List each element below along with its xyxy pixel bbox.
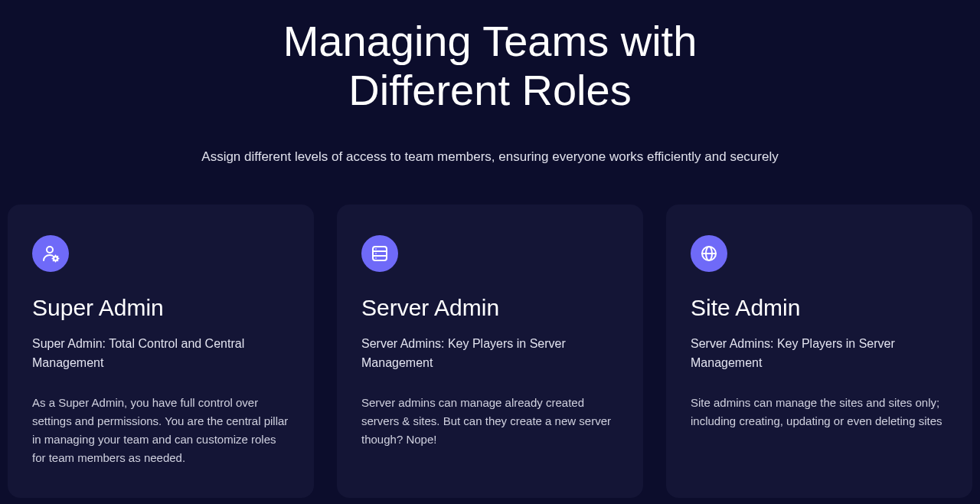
page-title: Managing Teams with Different Roles [214, 17, 766, 116]
card-subtitle: Super Admin: Total Control and Central M… [32, 335, 289, 373]
card-subtitle: Server Admins: Key Players in Server Man… [691, 335, 948, 373]
svg-point-0 [47, 247, 53, 253]
card-title: Server Admin [361, 295, 619, 321]
card-body: Server admins can manage already created… [361, 394, 619, 449]
role-card-super-admin: Super Admin Super Admin: Total Control a… [8, 205, 314, 499]
card-title: Site Admin [691, 295, 948, 321]
hero: Managing Teams with Different Roles Assi… [0, 0, 980, 165]
svg-point-6 [375, 253, 377, 254]
card-subtitle: Server Admins: Key Players in Server Man… [361, 335, 619, 373]
svg-point-5 [375, 248, 377, 250]
user-settings-icon [32, 235, 69, 272]
card-title: Super Admin [32, 295, 289, 321]
svg-point-7 [375, 257, 377, 259]
role-card-site-admin: Site Admin Server Admins: Key Players in… [666, 205, 972, 499]
card-body: As a Super Admin, you have full control … [32, 394, 289, 467]
role-card-server-admin: Server Admin Server Admins: Key Players … [337, 205, 643, 499]
svg-rect-2 [373, 247, 387, 260]
card-body: Site admins can manage the sites and sit… [691, 394, 948, 430]
server-icon [361, 235, 398, 272]
card-row: Super Admin Super Admin: Total Control a… [0, 205, 980, 499]
globe-icon [691, 235, 727, 272]
page-subtitle: Assign different levels of access to tea… [15, 149, 965, 165]
